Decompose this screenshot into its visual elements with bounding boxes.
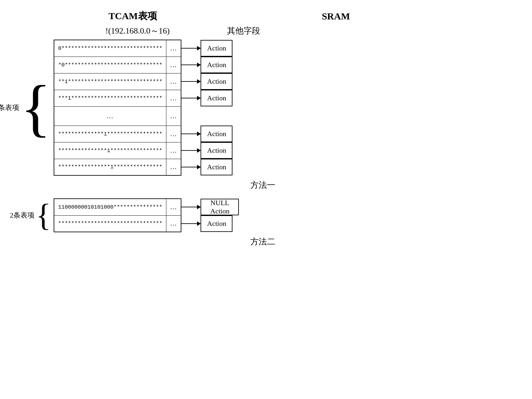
entry-cell: ********************************: [54, 215, 166, 232]
dots-cell: ...: [166, 40, 181, 57]
entry-cell: ***************1****************: [54, 142, 166, 159]
method2-brace: {: [36, 199, 51, 231]
table-row: **************1***************** ...: [54, 126, 181, 142]
dots-cell: ...: [166, 215, 181, 232]
table-row: ****************1*************** ...: [54, 159, 181, 175]
table-row: 0******************************* ...: [54, 40, 181, 57]
arrow-2: [181, 65, 201, 65]
table-row: *0****************************** ...: [54, 57, 181, 73]
dots-cell: ...: [166, 159, 181, 175]
method1-brace: {: [20, 76, 51, 140]
arrow-5: [181, 134, 201, 134]
action-row-7: Action: [181, 159, 232, 175]
entry-cell: 0*******************************: [54, 40, 166, 57]
entry-cell: **************1*****************: [54, 126, 166, 142]
dots-cell: ...: [166, 142, 181, 159]
other-sublabel: 其他字段: [227, 25, 260, 36]
method2-action-row-2: Action: [181, 215, 239, 232]
dots-cell: ...: [166, 199, 181, 215]
action-row-1: Action: [181, 40, 232, 57]
method1-count-label: 16条表项: [0, 103, 19, 112]
dots-cell: ...: [166, 73, 181, 90]
action-box-4: Action: [201, 90, 232, 106]
entry-cell: **1*****************************: [54, 73, 166, 90]
table-row: ***************1**************** ...: [54, 142, 181, 159]
dots-cell: ...: [166, 57, 181, 73]
method2-count-label: 2条表项: [10, 211, 34, 220]
table-row: 11000000010101000*************** ...: [54, 199, 181, 215]
entry-cell: ***1****************************: [54, 90, 166, 106]
arrow-3: [181, 81, 201, 82]
null-action-box: NULLAction: [201, 199, 239, 215]
middle-ellipsis: ...: [54, 106, 166, 126]
entry-cell: *0******************************: [54, 57, 166, 73]
middle-ellipsis: ...: [166, 106, 181, 126]
table-row: ******************************** ...: [54, 215, 181, 232]
action-box-1: Action: [201, 40, 232, 57]
page-wrapper: TCAM表项 SRAM !(192.168.0.0～16) 其他字段 16条表项…: [0, 0, 404, 263]
entry-cell: ****************1***************: [54, 159, 166, 175]
dots-cell: ...: [166, 126, 181, 142]
action-row-5: Action: [181, 126, 232, 142]
arrow-6: [181, 150, 201, 151]
gap-row: [181, 106, 232, 126]
method2-tcam-table: 11000000010101000*************** ... ***…: [54, 198, 181, 232]
action-row-4: Action: [181, 90, 232, 106]
method1-sram-section: Action Action: [181, 40, 232, 175]
arrow-7: [181, 167, 201, 167]
tcam-header-label: TCAM表项: [109, 10, 157, 23]
arrow-4: [181, 98, 201, 98]
method1-label: 方法一: [13, 180, 391, 191]
method2-action-box-1: Action: [201, 215, 232, 232]
action-box-7: Action: [201, 159, 232, 175]
expr-sublabel: !(192.168.0.0～16): [105, 25, 170, 36]
method2-arrow-1: [181, 207, 201, 207]
entry-cell: 11000000010101000***************: [54, 199, 166, 215]
method2-label: 方法二: [13, 236, 391, 247]
table-row: ***1**************************** ...: [54, 90, 181, 106]
arrow-1: [181, 48, 201, 49]
method2-arrow-2: [181, 223, 201, 224]
table-row: **1***************************** ...: [54, 73, 181, 90]
action-box-6: Action: [201, 142, 232, 159]
dots-cell: ...: [166, 90, 181, 106]
action-row-3: Action: [181, 73, 232, 90]
method1-tcam-table: 0******************************* ... *0*…: [54, 40, 181, 176]
action-box-3: Action: [201, 73, 232, 90]
ellipsis-row: ... ...: [54, 106, 181, 126]
method2-action-row-1: NULLAction: [181, 199, 239, 215]
method2-sram-section: NULLAction Action: [181, 199, 239, 232]
sram-header-label: SRAM: [322, 11, 350, 22]
action-row-2: Action: [181, 57, 232, 73]
action-box-2: Action: [201, 57, 232, 73]
action-box-5: Action: [201, 126, 232, 142]
action-row-6: Action: [181, 142, 232, 159]
